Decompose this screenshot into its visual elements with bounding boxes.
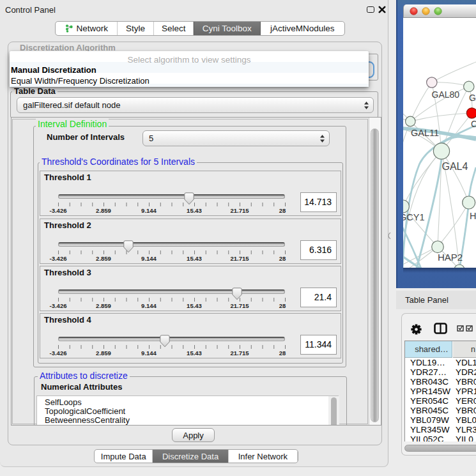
svg-text:HI: HI: [470, 211, 476, 221]
svg-text:GAL4: GAL4: [442, 161, 468, 172]
svg-text:GA: GA: [469, 93, 476, 103]
svg-text:HAP2: HAP2: [438, 252, 463, 263]
svg-text:GAL80: GAL80: [432, 89, 460, 100]
svg-text:GAL11: GAL11: [411, 128, 439, 138]
svg-text:C: C: [471, 119, 476, 129]
svg-text:GCY1: GCY1: [403, 212, 425, 222]
